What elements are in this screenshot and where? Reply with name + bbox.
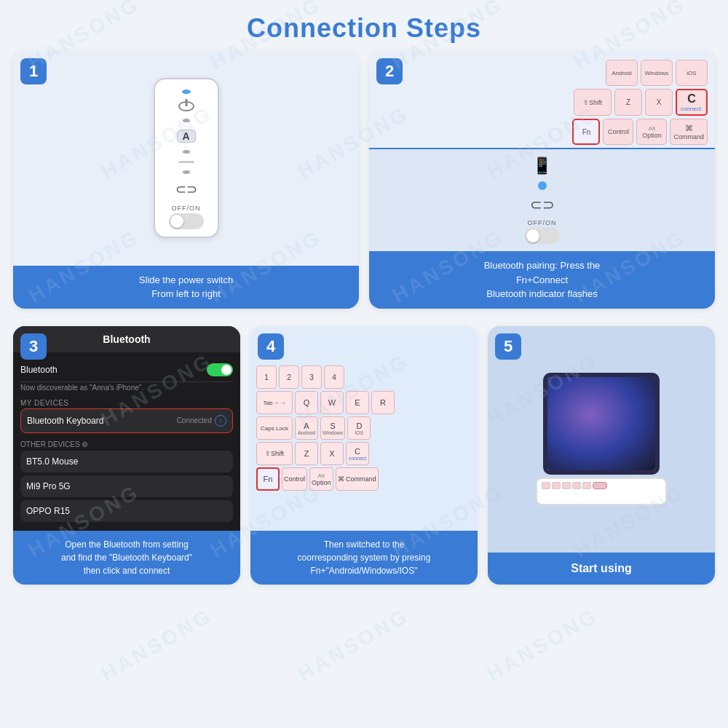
off-on-label-2: OFF/ON [528, 219, 557, 226]
bt-device-3[interactable]: OPPO R15 [20, 500, 233, 522]
bt-toggle-row: Bluetooth [20, 358, 233, 382]
key-cmd-4: ⌘ Command [336, 467, 379, 491]
link-icon: ⊂⊃ [175, 181, 197, 197]
other-devices-label: OTHER DEVICES ⚙ [20, 436, 233, 451]
toggle-switch-2[interactable] [525, 228, 560, 244]
off-on-label: OFF/ON [172, 205, 201, 212]
key-z-2: Z [614, 89, 642, 116]
key-fn-2: Fn [572, 119, 600, 145]
step-4-caption: Then switched to the coorresponding syst… [250, 531, 478, 585]
key-opt-2: Alt Option [636, 119, 667, 145]
power-dot [182, 90, 191, 94]
bt-keyboard-row[interactable]: Bluetooth Keyboard Connected i [20, 408, 233, 433]
step-5-card: 5 Start using [488, 326, 715, 585]
page-title: Connection Steps [0, 0, 728, 51]
bt-device-2[interactable]: Mi9 Pro 5G [20, 475, 233, 497]
small-dot-2 [183, 150, 190, 154]
step2-top-keyboard: Android Windows iOS ⇧Shift Z X C connect… [369, 51, 715, 148]
step-5-number: 5 [495, 333, 521, 360]
key-s: SWindows [320, 416, 345, 440]
step-5-caption: Start using [488, 553, 715, 585]
bt-header: Bluetooth [13, 326, 240, 352]
link-icon-2: ⊂⊃ [530, 196, 555, 213]
key-c-4: Cconnect [346, 442, 369, 465]
keyboard-big: 1 2 3 4 Tab ←→ Q W E R Caps Lock [250, 360, 478, 496]
key-fn-4: Fn [256, 467, 280, 491]
bt-toggle[interactable] [207, 363, 233, 376]
key-z-4: Z [295, 442, 318, 465]
key-shift-4: ⇧Shift [256, 442, 293, 465]
info-icon[interactable]: i [215, 415, 226, 427]
connected-badge: Connected i [177, 415, 226, 427]
key-caps: Caps Lock [256, 416, 293, 440]
bt-body: Bluetooth Now discoverable as "Anna's iP… [13, 352, 240, 531]
key-w: W [320, 391, 344, 414]
key-x-2: X [645, 89, 673, 116]
bt-blue-dot [538, 181, 547, 190]
key-ios: iOS [676, 60, 708, 86]
ipad-screen [547, 377, 655, 470]
num-4: 4 [324, 365, 344, 389]
device3-label: OPPO R15 [26, 506, 70, 516]
step-4-image: 4 1 2 3 4 Tab ←→ Q W E R [250, 326, 478, 531]
step-3-card: 3 Bluetooth Bluetooth Now discoverable a… [13, 326, 240, 585]
connected-text: Connected [177, 416, 212, 424]
key-windows: Windows [641, 60, 673, 86]
letter-a-key: A [177, 130, 196, 143]
fn-row-2: Fn Control Alt Option ⌘ Command [376, 119, 708, 145]
num-row: 1 2 3 4 [256, 365, 472, 389]
bt-device-1[interactable]: BT5.0 Mouse [20, 451, 233, 472]
step-1-card: 1 A ⊂⊃ OFF/ON Slide the power switch Fro… [13, 51, 359, 309]
system-row: Android Windows iOS [376, 60, 708, 86]
key-opt-4: Alt Option [309, 467, 333, 491]
my-devices-label: MY DEVICES [20, 395, 233, 408]
device1-label: BT5.0 Mouse [26, 456, 78, 467]
key-q: Q [295, 391, 318, 414]
num-3: 3 [301, 365, 322, 389]
step-3-number: 3 [20, 333, 47, 360]
key-cmd-2: ⌘ Command [670, 119, 708, 145]
bt-keyboard-label: Bluetooth Keyboard [27, 416, 103, 426]
power-device: A ⊂⊃ OFF/ON [154, 78, 219, 238]
step2-bottom-device: 📱 ⊂⊃ OFF/ON [369, 149, 715, 251]
fn-row-4: Fn Control Alt Option ⌘ Command [256, 467, 472, 491]
bt-label: Bluetooth [20, 365, 58, 375]
step-3-caption: Open the Bluetooth from setting and find… [13, 531, 240, 585]
step-4-number: 4 [258, 333, 284, 360]
kbd-below-rows [537, 479, 665, 492]
step2-container: Android Windows iOS ⇧Shift Z X C connect… [369, 51, 715, 251]
keyboard-below-ipad [536, 478, 667, 505]
power-icon [178, 101, 194, 111]
step-4-card: 4 1 2 3 4 Tab ←→ Q W E R [250, 326, 478, 585]
key-ctrl-2: Control [603, 119, 633, 145]
bottom-steps-row: 3 Bluetooth Bluetooth Now discoverable a… [0, 326, 728, 595]
key-r: R [371, 391, 395, 414]
num-1: 1 [256, 365, 277, 389]
key-tab: Tab ←→ [256, 391, 293, 414]
qwer-row: Tab ←→ Q W E R [256, 391, 472, 414]
key-d: DIOS [347, 416, 371, 440]
bt-toggle-knob [221, 365, 232, 375]
step-1-caption: Slide the power switch From left to righ… [13, 266, 359, 309]
device-icon-step2: 📱 [532, 157, 552, 175]
discoverable-text: Now discoverable as "Anna's iPhone". [20, 382, 233, 395]
key-android: Android [606, 60, 638, 86]
key-c-connect: C connect. [676, 89, 708, 116]
zxc-row: ⇧Shift Z X C connect. [376, 89, 708, 116]
device2-label: Mi9 Pro 5G [26, 481, 71, 491]
toggle-switch[interactable] [169, 213, 204, 229]
key-a: AAndroid [295, 416, 318, 440]
step-1-number: 1 [20, 58, 47, 84]
step-1-image: 1 A ⊂⊃ OFF/ON [13, 51, 359, 266]
top-steps-grid: 1 A ⊂⊃ OFF/ON Slide the power switch Fro… [0, 51, 728, 326]
zxc-row4: ⇧Shift Z X Cconnect [256, 442, 472, 465]
key-x-4: X [320, 442, 344, 465]
toggle-knob [170, 215, 183, 228]
toggle-knob-2 [526, 229, 539, 242]
step-5-image: 5 [488, 326, 715, 553]
key-e: E [346, 391, 369, 414]
step-2-image: 2 Android Windows iOS ⇧Shift Z X [369, 51, 715, 251]
key-ctrl-4: Control [282, 467, 307, 491]
asd-row: Caps Lock AAndroid SWindows DIOS [256, 416, 472, 440]
small-dot-1 [183, 119, 190, 122]
